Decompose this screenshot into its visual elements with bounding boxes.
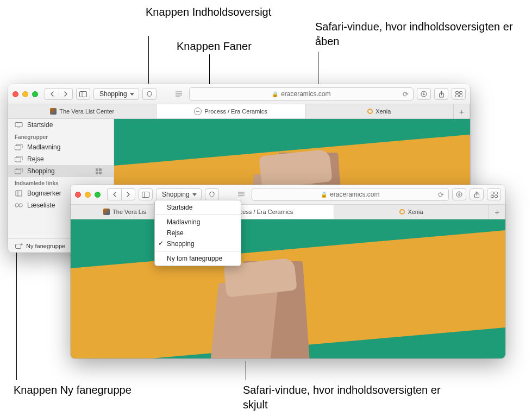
svg-rect-9 [459,91,462,93]
dropdown-item-group[interactable]: Shopping [155,238,241,249]
chevron-down-icon [192,193,197,196]
forward-button[interactable] [59,88,73,100]
dropdown-item-group[interactable]: Rejse [155,228,241,238]
sidebar-label: Rejse [27,155,44,163]
toolbar: Shopping 🔒 eraceramics.com ⟳ [71,185,505,205]
callout-new-group: Knappen Ny fanegruppe [14,383,132,398]
minimize-window-button[interactable] [85,192,91,198]
grid-icon[interactable] [96,168,102,174]
lock-icon: 🔒 [321,192,327,198]
tabgroup-picker[interactable]: Shopping [156,188,202,200]
page-content [71,219,505,358]
back-button[interactable] [107,188,121,200]
tab-overview-button[interactable] [487,188,501,200]
tab-label: Process / Era Ceramics [204,108,267,115]
tab-label: The Vera Lis [112,209,146,215]
close-window-button[interactable] [12,91,18,97]
chevron-down-icon [130,93,134,96]
toolbar: Shopping 🔒 eraceramics.com ⟳ [8,84,470,104]
window-controls [12,91,38,97]
tabgroup-icon [15,144,23,151]
share-button[interactable] [470,188,484,200]
tab-vera[interactable]: The Vera List Center [8,104,157,118]
callout-line [16,250,17,380]
sidebar-item-group[interactable]: Shopping [8,165,114,177]
sidebar-item-group[interactable]: Madlavning [8,141,114,153]
tabgroup-label: Shopping [162,191,190,198]
separator [155,251,241,251]
callout-line [148,36,149,84]
back-button[interactable] [45,88,59,100]
callout-content-overview: Knappen Indholdsoversigt [146,5,271,20]
new-tab-button[interactable]: + [454,104,470,118]
privacy-report-button[interactable] [142,88,157,100]
address-bar[interactable]: 🔒 eraceramics.com ⟳ [252,188,449,201]
forward-button[interactable] [121,188,135,200]
svg-rect-8 [455,91,458,93]
svg-rect-12 [15,122,22,127]
tab-bar: The Vera List Center Process / Era Ceram… [8,104,470,119]
reader-button[interactable] [234,188,248,200]
safari-window-sidebar-hidden: Shopping 🔒 eraceramics.com ⟳ The Vera Li… [71,185,505,358]
tab-overview-button[interactable] [452,88,466,100]
svg-rect-23 [142,192,149,197]
sidebar-item-group[interactable]: Rejse [8,153,114,165]
minimize-window-button[interactable] [22,91,28,97]
reader-button[interactable] [172,88,186,100]
readinglist-icon [15,202,23,209]
lock-icon: 🔒 [272,91,278,97]
callout-window-hidden: Safari-vindue, hvor indholdsoversigten e… [243,383,460,412]
tab-xenia[interactable]: Xenia [305,104,454,118]
favicon-icon [367,109,373,114]
svg-point-18 [19,204,22,207]
svg-rect-31 [491,192,493,194]
svg-rect-33 [491,195,493,197]
favicon-icon [194,108,202,115]
svg-rect-34 [495,195,497,197]
svg-rect-32 [495,192,497,194]
tab-label: Xenia [375,108,391,115]
new-tabgroup-label: Ny fanegruppe [26,243,65,249]
dropdown-item-group[interactable]: Madlavning [155,217,241,228]
tab-label: The Vera List Center [59,108,114,115]
sidebar-label: Startside [27,121,53,129]
close-window-button[interactable] [75,192,81,198]
tab-label: Xenia [408,209,423,215]
reload-icon[interactable]: ⟳ [403,90,409,98]
tabgroup-picker[interactable]: Shopping [93,88,139,100]
downloads-button[interactable] [452,188,466,200]
sidebar-label: Bogmærker [27,190,61,197]
window-controls [75,192,101,198]
privacy-report-button[interactable] [205,188,219,200]
sidebar-groups-header: Fanegrupper [8,131,114,141]
svg-rect-20 [15,244,21,248]
sidebar-label: Shopping [27,167,55,175]
callout-window-open: Safari-vindue, hvor indholdsoversigten e… [315,20,532,49]
plus-icon [15,242,23,249]
bookmarks-icon [15,190,23,197]
sidebar-toggle-button[interactable] [139,188,153,200]
svg-rect-15 [15,157,21,162]
svg-rect-16 [15,169,21,174]
new-tab-button[interactable]: + [489,205,505,219]
address-text: eraceramics.com [330,191,379,198]
svg-point-17 [15,204,18,207]
sidebar-item-start[interactable]: Startside [8,119,114,131]
tab-xenia[interactable]: Xenia [334,205,489,219]
zoom-window-button[interactable] [95,192,101,198]
downloads-button[interactable] [417,88,431,100]
dropdown-item-new-empty[interactable]: Ny tom fanegruppe [155,253,241,264]
reload-icon[interactable]: ⟳ [438,191,444,199]
zoom-window-button[interactable] [32,91,38,97]
sidebar-label: Læseliste [27,201,55,209]
sidebar-toggle-button[interactable] [76,88,90,100]
favicon-icon [103,209,110,215]
address-text: eraceramics.com [281,90,330,98]
start-icon [15,122,23,129]
dropdown-item-start[interactable]: Startside [155,202,241,213]
tab-era[interactable]: Process / Era Ceramics [157,104,305,118]
share-button[interactable] [434,88,448,100]
svg-rect-14 [15,146,21,150]
address-bar[interactable]: 🔒 eraceramics.com ⟳ [189,87,414,100]
favicon-icon [399,209,405,215]
